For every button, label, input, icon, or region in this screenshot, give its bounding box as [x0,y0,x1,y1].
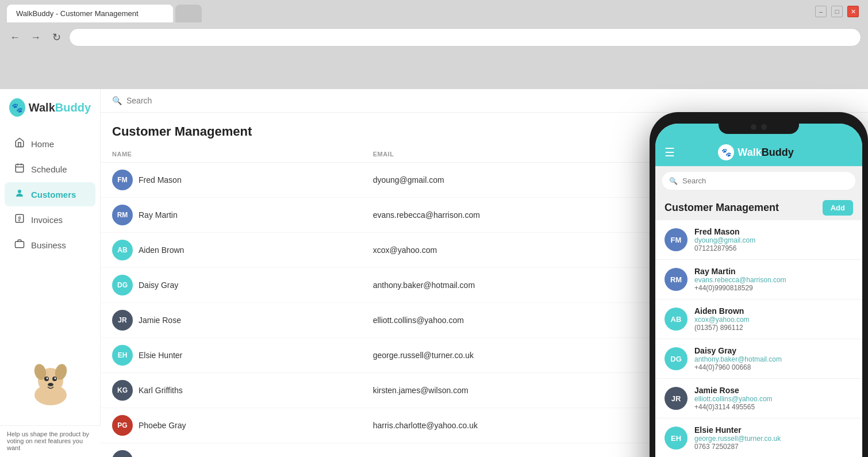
svg-rect-9 [16,241,24,248]
phone-customer-phone: (01357) 896112 [694,324,853,332]
svg-point-16 [46,378,48,379]
nav-label: Customers [31,190,76,199]
add-customer-button[interactable]: Add [823,200,853,216]
customers-icon [14,188,25,201]
search-input[interactable] [126,96,857,105]
phone-customer-name: Jamie Rose [694,386,853,395]
phone-screen: ☰ 🐾 WalkBuddy 🔍 Customer Management Add … [655,124,862,457]
customer-name: Phoebe Gray [139,421,186,430]
active-tab[interactable]: WalkBuddy - Customer Management [7,5,173,22]
phone-customer-info: Ray Martin evans.rebecca@harrison.com +4… [694,267,853,292]
phone-avatar: DG [665,347,688,370]
customer-email: kirsten.james@wilson.com [362,373,656,408]
phone-list-item[interactable]: FM Fred Mason dyoung@gmail.com 071212879… [655,220,862,260]
phone-customer-info: Daisy Gray anthony.baker@hotmail.com +44… [694,346,853,371]
sidebar-navigation: HomeScheduleCustomersInvoicesBusiness [0,132,100,257]
sidebar-item-schedule[interactable]: Schedule [5,157,95,181]
svg-point-17 [54,378,56,379]
phone-list-item[interactable]: JR Jamie Rose elliott.collins@yahoo.com … [655,379,862,418]
phone-customer-name: Daisy Gray [694,346,853,355]
svg-rect-0 [16,164,24,172]
avatar: JR [112,310,133,331]
sidebar-item-business[interactable]: Business [5,233,95,257]
customer-name: Ray Martin [139,210,178,220]
customer-name: Daisy Gray [139,281,178,290]
phone-search-icon: 🔍 [669,177,678,185]
col-name: NAME [101,146,362,163]
dog-illustration [28,355,74,406]
back-button[interactable]: ← [7,29,23,45]
phone-list-item[interactable]: RM Ray Martin evans.rebecca@harrison.com… [655,260,862,299]
forward-button[interactable]: → [28,29,44,45]
phone-customer-name: Elsie Hunter [694,425,853,435]
phone-avatar: EH [665,427,688,450]
phone-search-bar: 🔍 [662,172,855,190]
phone-menu-icon[interactable]: ☰ [665,145,675,159]
customer-email: xcox@yahoo.com [362,233,656,268]
phone-customer-email: george.russell@turner.co.uk [694,435,853,443]
sidebar-item-customers[interactable]: Customers [5,182,95,206]
customer-email: dyoung@gmail.com [362,163,656,198]
customer-email: stephanie.martin@evans.com [362,443,656,458]
phone-customer-info: Fred Mason dyoung@gmail.com 07121287956 [694,227,853,252]
customer-name-cell: DG Daisy Gray [112,275,350,295]
sidebar-item-home[interactable]: Home [5,132,95,156]
phone-speaker [751,124,756,130]
phone-customer-name: Ray Martin [694,267,853,276]
invoices-icon [14,213,25,226]
phone-customer-phone: +44(0)7960 00668 [694,363,853,371]
customer-name-cell: EH Elsie Hunter [112,345,350,366]
avatar: AB [112,240,133,260]
customer-email: elliott.collins@yahoo.com [362,303,656,338]
phone-customer-email: dyoung@gmail.com [694,236,853,244]
customer-name-cell: KG Karl Griffiths [112,380,350,401]
phone-customer-info: Aiden Brown xcox@yahoo.com (01357) 89611… [694,306,853,332]
phone-customer-name: Fred Mason [694,227,853,236]
search-bar-container: 🔍 [101,89,868,113]
phone-list-item[interactable]: DG Daisy Gray anthony.baker@hotmail.com … [655,339,862,379]
sidebar-footer: Help us shape the product by voting on n… [0,425,101,457]
customer-name-cell: FM Fred Mason [112,170,350,190]
phone-list-item[interactable]: EH Elsie Hunter george.russell@turner.co… [655,418,862,457]
nav-label: Schedule [31,164,67,174]
phone-list-item[interactable]: AB Aiden Brown xcox@yahoo.com (01357) 89… [655,299,862,339]
browser-chrome: – □ ✕ WalkBuddy - Customer Management ← … [0,0,868,89]
phone-mockup: ☰ 🐾 WalkBuddy 🔍 Customer Management Add … [650,112,868,457]
phone-customer-email: evans.rebecca@harrison.com [694,276,853,284]
app-layout: 🐾 WalkBuddy HomeScheduleCustomersInvoice… [0,89,868,457]
phone-customer-phone: +44(0)3114 495565 [694,403,853,411]
customer-name-cell: DJ David Johnson [112,450,350,457]
address-bar[interactable] [69,28,861,47]
phone-customer-info: Elsie Hunter george.russell@turner.co.uk… [694,425,853,451]
customer-email: anthony.baker@hotmail.com [362,268,656,303]
inactive-tab[interactable] [175,5,202,22]
schedule-icon [14,163,25,175]
close-button[interactable]: ✕ [847,6,859,17]
nav-label: Business [31,240,66,250]
customer-name-cell: RM Ray Martin [112,205,350,225]
customer-name-cell: PG Phoebe Gray [112,415,350,436]
avatar: EH [112,345,133,366]
sidebar-item-invoices[interactable]: Invoices [5,208,95,232]
phone-page-title: Customer Management [665,202,779,214]
maximize-button[interactable]: □ [831,6,843,17]
phone-content-header: Customer Management Add [655,195,862,220]
phone-logo-icon: 🐾 [718,144,734,160]
phone-customer-email: anthony.baker@hotmail.com [694,355,853,363]
avatar: RM [112,205,133,225]
minimize-button[interactable]: – [815,6,827,17]
phone-customer-phone: +44(0)9990818529 [694,284,853,292]
customer-email: evans.rebecca@harrison.com [362,198,656,233]
nav-label: Home [31,139,54,149]
avatar: FM [112,170,133,190]
svg-point-18 [48,383,53,386]
col-email: EMAIL [362,146,656,163]
customer-email: george.russell@turner.co.uk [362,338,656,373]
customer-name: Fred Mason [139,175,182,185]
phone-camera [761,124,767,130]
logo-buddy: Buddy [55,101,91,114]
phone-search-input[interactable] [682,176,848,185]
business-icon [14,239,25,251]
refresh-button[interactable]: ↻ [48,29,64,45]
phone-avatar: FM [665,228,688,251]
